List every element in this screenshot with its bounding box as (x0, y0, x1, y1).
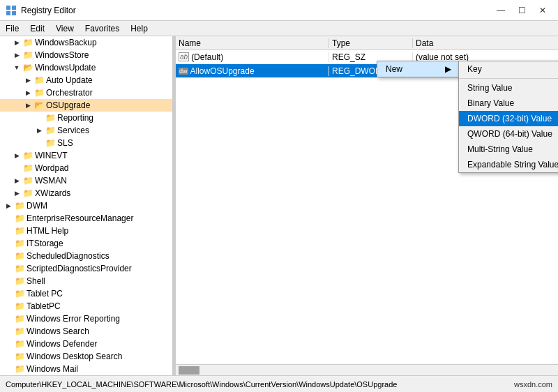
menu-edit[interactable]: Edit (24, 22, 50, 35)
tree-label: Auto Update (46, 75, 93, 85)
submenu-dword[interactable]: DWORD (32-bit) Value (459, 111, 558, 126)
tree-item-reporting[interactable]: 📁 Reporting (0, 112, 172, 124)
tree-item[interactable]: 📁 SLS (0, 137, 172, 149)
folder-icon: 📁 (14, 351, 25, 362)
tree-label: SLS (57, 138, 73, 148)
new-menu-item[interactable]: New ▶ (377, 61, 460, 77)
tree-label: Wordpad (35, 163, 68, 173)
folder-icon: 📁 (14, 263, 25, 274)
tree-arrow (3, 288, 14, 299)
submenu-expandable[interactable]: Expandable String Value (459, 157, 558, 172)
folder-icon: 📁 (22, 175, 33, 186)
tree-arrow (3, 238, 14, 249)
tree-label: ITStorage (27, 239, 63, 248)
tree-arrow: ▶ (11, 150, 22, 161)
tree-item[interactable]: 📁 Tablet PC (0, 287, 172, 300)
tree-label: HTML Help (27, 226, 68, 236)
tree-item[interactable]: 📁 Wordpad (0, 162, 172, 174)
tree-arrow: ▶ (22, 75, 33, 86)
tree-item[interactable]: 📁 Windows Desktop Search (0, 350, 172, 363)
tree-arrow: ▶ (11, 37, 22, 48)
tree-label: Reporting (57, 113, 93, 123)
folder-icon: 📁 (14, 363, 25, 375)
folder-icon: 📁 (14, 338, 25, 349)
tree-item[interactable]: 📁 TabletPC (0, 300, 172, 312)
tree-item[interactable]: ▶ 📁 WindowsBackup (0, 36, 172, 49)
tree-label: ScriptedDiagnosticsProvider (27, 264, 132, 273)
submenu-key[interactable]: Key (459, 61, 558, 77)
submenu-qword[interactable]: QWORD (64-bit) Value (459, 126, 558, 142)
tree-item[interactable]: ▶ 📁 WSMAN (0, 174, 172, 187)
arrow-icon: ▶ (445, 64, 451, 74)
tree-arrow: ▼ (11, 62, 22, 73)
tree-arrow (3, 276, 14, 287)
folder-icon: 📁 (14, 238, 25, 249)
folder-icon: 📁 (14, 326, 25, 337)
menu-favorites[interactable]: Favorites (80, 22, 125, 35)
tree-item[interactable]: 📁 EnterpriseResourceManager (0, 212, 172, 225)
folder-icon: 📂 (22, 62, 33, 73)
tree-item[interactable]: 📁 ITStorage (0, 237, 172, 250)
tree-item[interactable]: 📁 Windows Search (0, 325, 172, 338)
tree-item[interactable]: 📁 Shell (0, 275, 172, 287)
col-header-name: Name (176, 38, 329, 48)
tree-item[interactable]: ▶ 📁 Auto Update (0, 74, 172, 86)
tree-arrow: ▶ (22, 100, 33, 111)
folder-icon: 📁 (22, 150, 33, 161)
folder-icon: 📁 (45, 112, 56, 123)
tree-item[interactable]: ▶ 📁 Services (0, 124, 172, 137)
tree-item[interactable]: 📁 ScheduledDiagnostics (0, 250, 172, 262)
tree-arrow (11, 163, 22, 174)
tree-label: XWizards (35, 188, 70, 198)
tree-label: Windows Mail (27, 364, 78, 374)
folder-icon: 📁 (14, 301, 25, 312)
svg-rect-1 (12, 6, 16, 10)
menu-file[interactable]: File (0, 22, 24, 35)
tree-item[interactable]: ▼ 📂 WindowsUpdate (0, 61, 172, 74)
tree-item[interactable]: ▶ 📁 XWizards (0, 187, 172, 199)
svg-rect-0 (6, 6, 10, 10)
menu-bar: File Edit View Favorites Help (0, 21, 558, 36)
status-right: wsxdn.com (514, 380, 552, 389)
tree-item[interactable]: 📁 Windows Defender (0, 338, 172, 350)
minimize-button[interactable]: — (491, 3, 511, 17)
title-bar: Registry Editor — ☐ ✕ (0, 0, 558, 21)
tree-label: Windows Search (27, 326, 89, 336)
tree-label: TabletPC (27, 301, 61, 311)
reg-dword-icon: dw (179, 68, 188, 75)
folder-icon: 📁 (33, 75, 45, 86)
tree-item[interactable]: ▶ 📁 WINEVT (0, 149, 172, 162)
close-button[interactable]: ✕ (533, 3, 552, 17)
submenu: Key String Value Binary Value DWORD (32-… (458, 61, 558, 173)
tree-item[interactable]: 📁 Windows Error Reporting (0, 312, 172, 325)
folder-icon: 📁 (14, 200, 25, 211)
tree-arrow (3, 313, 14, 324)
cell-name: dw AllowOSUpgrade (176, 66, 329, 76)
folder-icon: 📁 (22, 188, 33, 199)
menu-view[interactable]: View (50, 22, 80, 35)
folder-icon: 📁 (33, 87, 45, 98)
submenu-binary[interactable]: Binary Value (459, 96, 558, 111)
window-title: Registry Editor (21, 6, 76, 15)
h-scrollbar[interactable] (176, 364, 558, 375)
tree-item[interactable]: 📁 Windows Mail (0, 363, 172, 375)
tree-arrow (3, 250, 14, 262)
tree-item[interactable]: ▶ 📁 Orchestrator (0, 86, 172, 99)
submenu-string[interactable]: String Value (459, 80, 558, 96)
submenu-multistring[interactable]: Multi-String Value (459, 142, 558, 157)
tree-arrow: ▶ (11, 188, 22, 199)
tree-label: OSUpgrade (46, 100, 90, 110)
tree-arrow: ▶ (11, 175, 22, 186)
folder-icon: 📁 (22, 37, 33, 48)
tree-item[interactable]: 📁 ScriptedDiagnosticsProvider (0, 262, 172, 275)
tree-item-osupgrade[interactable]: ▶ 📂 OSUpgrade (0, 99, 172, 112)
tree-item[interactable]: 📁 HTML Help (0, 225, 172, 237)
tree-item[interactable]: ▶ 📁 WindowsStore (0, 49, 172, 61)
folder-icon: 📁 (45, 125, 56, 136)
folder-icon: 📁 (14, 288, 25, 299)
maximize-button[interactable]: ☐ (512, 3, 531, 17)
tree-arrow (3, 363, 14, 375)
tree-label: ScheduledDiagnostics (27, 251, 110, 261)
menu-help[interactable]: Help (125, 22, 153, 35)
tree-item[interactable]: ▶ 📁 DWM (0, 199, 172, 212)
